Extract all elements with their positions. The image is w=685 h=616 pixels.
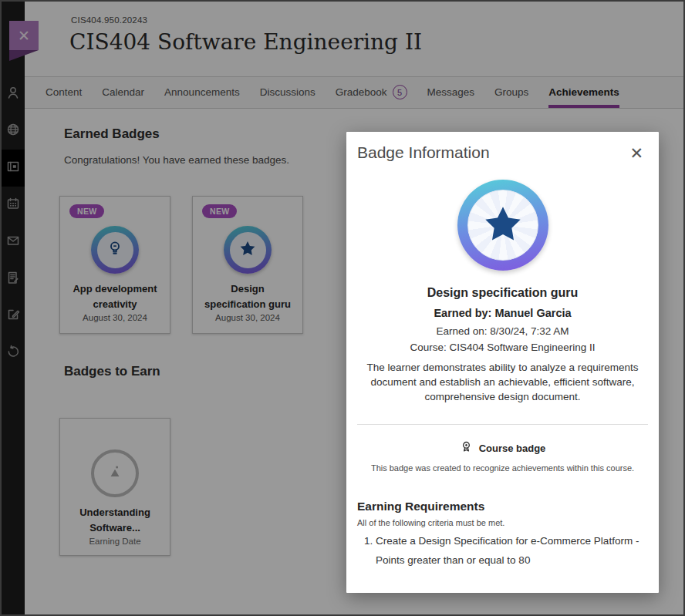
modal-title: Badge Information	[357, 143, 490, 162]
star-badge-icon	[481, 201, 525, 249]
badge-description: The learner demonstrates ability to anal…	[357, 361, 649, 405]
requirements-list: Create a Design Specification for e-Comm…	[360, 531, 648, 571]
requirements-note: All of the following criteria must be me…	[357, 518, 659, 527]
close-icon[interactable]: ✕	[626, 143, 646, 163]
requirement-item: Create a Design Specification for e-Comm…	[376, 531, 648, 571]
app-window: ✕ CIS404.950.20243 CIS404 Software Engin…	[0, 0, 685, 616]
medal-icon	[460, 440, 473, 456]
modal-badge-name: Design specification guru	[346, 286, 659, 300]
badge-image	[457, 180, 548, 271]
earned-by-line: Earned by: Manuel Garcia	[346, 307, 659, 319]
earned-on-line: Earned on: 8/30/24, 7:32 AM	[346, 325, 659, 337]
badge-type-label: Course badge	[479, 443, 546, 454]
badge-information-modal: Badge Information ✕ Design specification…	[346, 132, 659, 593]
earning-requirements-heading: Earning Requirements	[357, 500, 659, 513]
divider	[357, 424, 648, 425]
course-line: Course: CIS404 Software Engineering II	[346, 342, 659, 353]
badge-type-description: This badge was created to recognize achi…	[346, 463, 659, 473]
